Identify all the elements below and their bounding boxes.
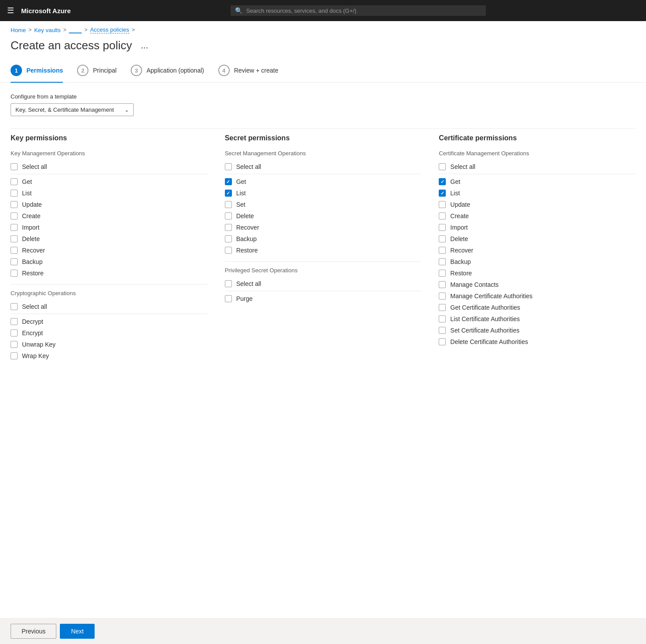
cert-manage-ca[interactable]: Manage Certificate Authorities bbox=[439, 290, 635, 302]
secret-priv-select-all[interactable]: Select all bbox=[225, 278, 422, 291]
key-create[interactable]: Create bbox=[11, 210, 207, 222]
cert-create[interactable]: Create bbox=[439, 210, 635, 222]
cert-update[interactable]: Update bbox=[439, 199, 635, 210]
cert-get-ca[interactable]: Get Certificate Authorities bbox=[439, 302, 635, 313]
cert-delete[interactable]: Delete bbox=[439, 233, 635, 245]
cert-recover[interactable]: Recover bbox=[439, 245, 635, 256]
secret-backup[interactable]: Backup bbox=[225, 233, 422, 245]
secret-list[interactable]: List bbox=[225, 187, 422, 199]
cert-get-ca-cb[interactable] bbox=[439, 304, 446, 311]
key-decrypt-cb[interactable] bbox=[11, 318, 18, 325]
secret-restore[interactable]: Restore bbox=[225, 245, 422, 256]
key-list[interactable]: List bbox=[11, 187, 207, 199]
cert-restore-cb[interactable] bbox=[439, 270, 446, 277]
secret-restore-cb[interactable] bbox=[225, 247, 232, 254]
secret-backup-cb[interactable] bbox=[225, 235, 232, 242]
key-import-cb[interactable] bbox=[11, 224, 18, 231]
key-encrypt-cb[interactable] bbox=[11, 329, 18, 337]
key-update[interactable]: Update bbox=[11, 199, 207, 210]
key-encrypt[interactable]: Encrypt bbox=[11, 327, 207, 339]
breadcrumb-keyvaults[interactable]: Key vaults bbox=[34, 27, 61, 33]
cert-update-cb[interactable] bbox=[439, 201, 446, 208]
breadcrumb-vault[interactable]: ____ bbox=[69, 27, 82, 33]
key-import[interactable]: Import bbox=[11, 222, 207, 233]
key-select-all-cb[interactable] bbox=[11, 163, 18, 170]
cert-list[interactable]: List bbox=[439, 187, 635, 199]
wizard-step-review[interactable]: 4 Review + create bbox=[218, 65, 279, 82]
key-crypto-select-all-label: Select all bbox=[22, 303, 47, 310]
key-recover-cb[interactable] bbox=[11, 247, 18, 254]
template-select[interactable]: Key, Secret, & Certificate Management ⌄ bbox=[11, 103, 134, 116]
cert-set-ca[interactable]: Set Certificate Authorities bbox=[439, 325, 635, 336]
key-list-cb[interactable] bbox=[11, 190, 18, 197]
secret-priv-select-all-cb[interactable] bbox=[225, 280, 232, 287]
key-unwrap[interactable]: Unwrap Key bbox=[11, 339, 207, 350]
cert-select-all[interactable]: Select all bbox=[439, 161, 635, 174]
secret-recover[interactable]: Recover bbox=[225, 222, 422, 233]
wizard-step-permissions[interactable]: 1 Permissions bbox=[11, 65, 63, 82]
wizard-step-application[interactable]: 3 Application (optional) bbox=[131, 65, 204, 82]
secret-purge[interactable]: Purge bbox=[225, 293, 422, 304]
cert-delete-cb[interactable] bbox=[439, 235, 446, 242]
wizard-step-principal[interactable]: 2 Principal bbox=[77, 65, 117, 82]
key-permissions-heading: Key permissions bbox=[11, 134, 207, 142]
cert-manage-ca-cb[interactable] bbox=[439, 293, 446, 300]
cert-select-all-cb[interactable] bbox=[439, 163, 446, 170]
key-backup[interactable]: Backup bbox=[11, 256, 207, 267]
key-recover[interactable]: Recover bbox=[11, 245, 207, 256]
breadcrumb-home[interactable]: Home bbox=[11, 27, 26, 33]
key-create-cb[interactable] bbox=[11, 212, 18, 220]
cert-list-cb[interactable] bbox=[439, 190, 446, 197]
cert-delete-ca[interactable]: Delete Certificate Authorities bbox=[439, 336, 635, 348]
cert-list-ca-cb[interactable] bbox=[439, 315, 446, 322]
secret-purge-cb[interactable] bbox=[225, 295, 232, 302]
cert-import[interactable]: Import bbox=[439, 222, 635, 233]
wizard-steps: 1 Permissions 2 Principal 3 Application … bbox=[0, 59, 646, 83]
cert-backup[interactable]: Backup bbox=[439, 256, 635, 267]
secret-get-cb[interactable] bbox=[225, 178, 232, 185]
key-get-cb[interactable] bbox=[11, 178, 18, 185]
secret-set-cb[interactable] bbox=[225, 201, 232, 208]
cert-get[interactable]: Get bbox=[439, 176, 635, 187]
hamburger-icon[interactable]: ☰ bbox=[7, 6, 14, 15]
cert-create-cb[interactable] bbox=[439, 212, 446, 220]
key-delete[interactable]: Delete bbox=[11, 233, 207, 245]
cert-restore[interactable]: Restore bbox=[439, 267, 635, 279]
page-header: Create an access policy ... bbox=[0, 35, 646, 59]
secret-select-all-cb[interactable] bbox=[225, 163, 232, 170]
cert-recover-cb[interactable] bbox=[439, 247, 446, 254]
key-delete-cb[interactable] bbox=[11, 235, 18, 242]
cert-manage-contacts[interactable]: Manage Contacts bbox=[439, 279, 635, 290]
cert-get-cb[interactable] bbox=[439, 178, 446, 185]
key-unwrap-cb[interactable] bbox=[11, 341, 18, 348]
secret-list-cb[interactable] bbox=[225, 190, 232, 197]
secret-get[interactable]: Get bbox=[225, 176, 422, 187]
key-wrap-cb[interactable] bbox=[11, 352, 18, 359]
secret-delete[interactable]: Delete bbox=[225, 210, 422, 222]
cert-import-cb[interactable] bbox=[439, 224, 446, 231]
cert-backup-cb[interactable] bbox=[439, 258, 446, 265]
key-select-all[interactable]: Select all bbox=[11, 161, 207, 174]
cert-manage-contacts-cb[interactable] bbox=[439, 281, 446, 288]
secret-privileged-section-title: Privileged Secret Operations bbox=[225, 267, 422, 274]
cert-delete-ca-cb[interactable] bbox=[439, 338, 446, 345]
key-get[interactable]: Get bbox=[11, 176, 207, 187]
key-update-cb[interactable] bbox=[11, 201, 18, 208]
ellipsis-button[interactable]: ... bbox=[137, 39, 152, 52]
key-restore-cb[interactable] bbox=[11, 270, 18, 277]
cert-set-ca-cb[interactable] bbox=[439, 327, 446, 334]
key-wrap[interactable]: Wrap Key bbox=[11, 350, 207, 362]
key-decrypt[interactable]: Decrypt bbox=[11, 316, 207, 327]
key-crypto-select-all-cb[interactable] bbox=[11, 303, 18, 310]
key-crypto-select-all[interactable]: Select all bbox=[11, 301, 207, 314]
key-restore[interactable]: Restore bbox=[11, 267, 207, 279]
cert-list-ca[interactable]: List Certificate Authorities bbox=[439, 313, 635, 325]
secret-purge-label: Purge bbox=[236, 295, 253, 302]
secret-select-all[interactable]: Select all bbox=[225, 161, 422, 174]
secret-recover-cb[interactable] bbox=[225, 224, 232, 231]
key-backup-cb[interactable] bbox=[11, 258, 18, 265]
secret-delete-cb[interactable] bbox=[225, 212, 232, 220]
search-input[interactable] bbox=[246, 7, 481, 14]
cert-recover-label: Recover bbox=[450, 247, 473, 254]
secret-set[interactable]: Set bbox=[225, 199, 422, 210]
